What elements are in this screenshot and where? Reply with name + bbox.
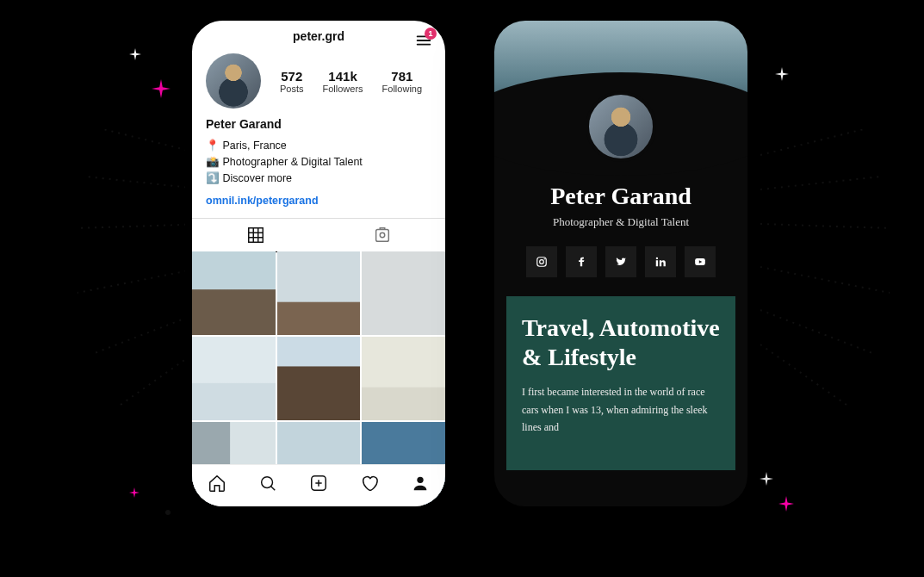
twitter-icon <box>615 256 627 268</box>
tagged-icon <box>373 226 392 245</box>
notification-badge: 1 <box>425 28 437 40</box>
social-instagram[interactable] <box>526 246 557 277</box>
svg-line-9 <box>760 267 890 293</box>
svg-rect-21 <box>656 260 658 266</box>
ig-bio: Peter Garand 📍 Paris, France 📸 Photograp… <box>192 112 445 209</box>
svg-line-6 <box>760 129 864 155</box>
bio-line: 📸 Photographer & Digital Talent <box>206 154 431 171</box>
svg-line-11 <box>760 344 846 405</box>
home-icon <box>208 474 226 493</box>
grid-icon <box>246 226 265 245</box>
svg-point-20 <box>544 258 545 259</box>
facebook-icon <box>575 256 587 268</box>
profile-phone: Peter Garand Photographer & Digital Tale… <box>487 14 754 513</box>
linkedin-icon <box>654 256 667 268</box>
bio-link[interactable]: omnil.ink/petergarand <box>206 193 431 209</box>
social-linkedin[interactable] <box>645 246 676 277</box>
svg-point-17 <box>417 477 423 483</box>
svg-point-22 <box>656 257 658 259</box>
ig-header: peter.grd 1 <box>192 21 445 47</box>
social-row <box>494 246 747 277</box>
social-youtube[interactable] <box>685 246 716 277</box>
search-icon <box>258 474 277 493</box>
plus-square-icon <box>309 474 328 493</box>
svg-line-8 <box>760 224 890 228</box>
svg-line-7 <box>760 177 881 189</box>
svg-point-19 <box>540 260 544 264</box>
stat-followers[interactable]: 141k Followers <box>323 69 363 94</box>
menu-button[interactable]: 1 <box>414 31 433 53</box>
sparkle-icon <box>775 67 789 81</box>
card-body: I first became interested in the world o… <box>522 383 720 436</box>
svg-line-10 <box>760 310 872 353</box>
photo-thumb[interactable] <box>192 337 276 420</box>
rays-right <box>726 129 915 431</box>
photo-thumb[interactable] <box>277 251 361 335</box>
instagram-phone: peter.grd 1 572 Posts 141k Followers 781… <box>185 14 452 513</box>
sparkle-icon <box>129 487 140 498</box>
stat-following[interactable]: 781 Following <box>382 69 422 94</box>
bio-line: ⤵️ Discover more <box>206 171 431 187</box>
svg-point-14 <box>380 233 385 238</box>
photo-thumb[interactable] <box>192 251 276 335</box>
avatar[interactable] <box>206 53 261 109</box>
ig-tabs <box>192 218 445 251</box>
social-twitter[interactable] <box>605 246 636 277</box>
ig-bottom-nav <box>192 464 445 506</box>
avatar[interactable] <box>586 91 656 162</box>
stat-posts[interactable]: 572 Posts <box>280 69 304 94</box>
card-title: Travel, Automotive & Lifestyle <box>522 313 720 371</box>
stat-value: 572 <box>280 69 304 84</box>
photo-thumb[interactable] <box>362 337 445 420</box>
profile-subtitle: Photographer & Digital Talent <box>494 215 747 229</box>
profile-icon <box>411 474 430 493</box>
youtube-icon <box>694 256 706 268</box>
dot-icon <box>165 510 171 515</box>
heart-icon <box>360 474 379 493</box>
photo-thumb[interactable] <box>362 251 445 335</box>
sparkle-icon <box>778 496 794 512</box>
stat-label: Posts <box>280 84 304 94</box>
social-facebook[interactable] <box>566 246 597 277</box>
nav-home[interactable] <box>208 474 226 496</box>
tab-tagged[interactable] <box>319 219 445 251</box>
stat-label: Following <box>382 84 422 94</box>
svg-rect-12 <box>248 228 263 243</box>
stat-value: 141k <box>323 69 363 84</box>
sparkle-icon <box>760 472 773 486</box>
profile-card: Travel, Automotive & Lifestyle I first b… <box>506 296 735 470</box>
tab-grid[interactable] <box>192 219 319 252</box>
bio-line: 📍 Paris, France <box>206 138 431 154</box>
instagram-icon <box>536 256 548 268</box>
nav-add[interactable] <box>309 474 328 496</box>
profile-name: Peter Garand <box>494 183 747 210</box>
stat-label: Followers <box>323 84 363 94</box>
ig-username[interactable]: peter.grd <box>293 29 344 43</box>
sparkle-icon <box>152 79 171 98</box>
nav-activity[interactable] <box>360 474 379 496</box>
svg-point-15 <box>262 477 273 488</box>
bio-name: Peter Garand <box>206 115 431 134</box>
nav-profile[interactable] <box>411 474 430 496</box>
sparkle-icon <box>129 48 141 60</box>
nav-search[interactable] <box>258 474 277 496</box>
ig-stats-row: 572 Posts 141k Followers 781 Following <box>192 47 445 112</box>
svg-rect-13 <box>375 230 388 242</box>
photo-thumb[interactable] <box>277 337 361 420</box>
stat-value: 781 <box>382 69 422 84</box>
